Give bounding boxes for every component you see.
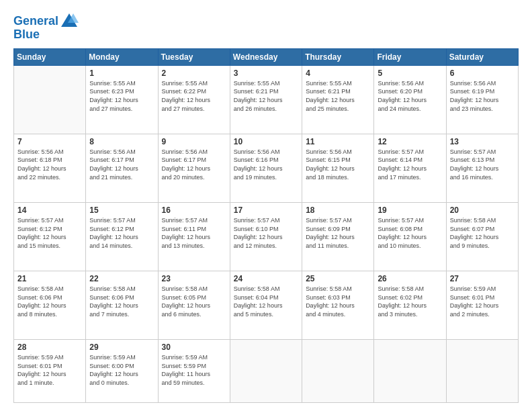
calendar-day-cell: 23Sunrise: 5:58 AMSunset: 6:05 PMDayligh… bbox=[158, 271, 230, 340]
calendar-week-row: 28Sunrise: 5:59 AMSunset: 6:01 PMDayligh… bbox=[14, 340, 519, 403]
weekday-header-wednesday: Wednesday bbox=[230, 48, 302, 65]
day-info: Sunrise: 5:57 AMSunset: 6:11 PMDaylight:… bbox=[162, 216, 226, 250]
day-info: Sunrise: 5:59 AMSunset: 6:01 PMDaylight:… bbox=[17, 353, 82, 387]
weekday-header-friday: Friday bbox=[374, 48, 446, 65]
day-number: 1 bbox=[89, 68, 154, 78]
day-info: Sunrise: 5:56 AMSunset: 6:16 PMDaylight:… bbox=[234, 148, 298, 181]
day-number: 7 bbox=[17, 137, 82, 146]
day-info: Sunrise: 5:56 AMSunset: 6:18 PMDaylight:… bbox=[17, 148, 82, 181]
calendar-day-cell: 6Sunrise: 5:56 AMSunset: 6:19 PMDaylight… bbox=[446, 65, 518, 134]
calendar-week-row: 1Sunrise: 5:55 AMSunset: 6:23 PMDaylight… bbox=[14, 65, 519, 134]
calendar-day-cell: 19Sunrise: 5:57 AMSunset: 6:08 PMDayligh… bbox=[374, 202, 446, 271]
day-number: 24 bbox=[234, 274, 298, 283]
calendar-day-cell: 22Sunrise: 5:58 AMSunset: 6:06 PMDayligh… bbox=[86, 271, 158, 340]
weekday-header-tuesday: Tuesday bbox=[158, 48, 230, 65]
calendar-week-row: 7Sunrise: 5:56 AMSunset: 6:18 PMDaylight… bbox=[14, 134, 519, 202]
day-number: 4 bbox=[306, 68, 370, 78]
day-number: 20 bbox=[450, 205, 515, 215]
day-info: Sunrise: 5:59 AMSunset: 6:01 PMDaylight:… bbox=[450, 285, 515, 318]
day-info: Sunrise: 5:56 AMSunset: 6:17 PMDaylight:… bbox=[162, 148, 226, 181]
day-info: Sunrise: 5:57 AMSunset: 6:09 PMDaylight:… bbox=[306, 216, 370, 250]
day-info: Sunrise: 5:58 AMSunset: 6:05 PMDaylight:… bbox=[162, 285, 226, 318]
day-number: 11 bbox=[306, 137, 370, 146]
day-info: Sunrise: 5:58 AMSunset: 6:03 PMDaylight:… bbox=[306, 285, 370, 318]
day-number: 19 bbox=[378, 205, 442, 215]
calendar-day-cell: 17Sunrise: 5:57 AMSunset: 6:10 PMDayligh… bbox=[230, 202, 302, 271]
day-number: 13 bbox=[450, 137, 515, 146]
calendar-day-cell: 13Sunrise: 5:57 AMSunset: 6:13 PMDayligh… bbox=[446, 134, 518, 202]
day-info: Sunrise: 5:58 AMSunset: 6:02 PMDaylight:… bbox=[378, 285, 442, 318]
day-number: 16 bbox=[162, 205, 226, 215]
calendar-day-cell bbox=[446, 340, 518, 403]
calendar-day-cell: 26Sunrise: 5:58 AMSunset: 6:02 PMDayligh… bbox=[374, 271, 446, 340]
calendar-day-cell bbox=[302, 340, 374, 403]
calendar-week-row: 21Sunrise: 5:58 AMSunset: 6:06 PMDayligh… bbox=[14, 271, 519, 340]
day-number: 26 bbox=[378, 274, 442, 283]
day-number: 2 bbox=[162, 68, 226, 78]
day-info: Sunrise: 5:58 AMSunset: 6:06 PMDaylight:… bbox=[89, 285, 154, 318]
day-info: Sunrise: 5:56 AMSunset: 6:15 PMDaylight:… bbox=[306, 148, 370, 181]
day-info: Sunrise: 5:55 AMSunset: 6:21 PMDaylight:… bbox=[306, 79, 370, 113]
header: General Blue bbox=[13, 12, 519, 42]
day-info: Sunrise: 5:59 AMSunset: 6:00 PMDaylight:… bbox=[89, 353, 154, 387]
calendar-day-cell: 9Sunrise: 5:56 AMSunset: 6:17 PMDaylight… bbox=[158, 134, 230, 202]
calendar-day-cell: 25Sunrise: 5:58 AMSunset: 6:03 PMDayligh… bbox=[302, 271, 374, 340]
day-info: Sunrise: 5:57 AMSunset: 6:13 PMDaylight:… bbox=[450, 148, 515, 181]
day-info: Sunrise: 5:55 AMSunset: 6:21 PMDaylight:… bbox=[234, 79, 298, 113]
day-number: 23 bbox=[162, 274, 226, 283]
calendar-day-cell: 28Sunrise: 5:59 AMSunset: 6:01 PMDayligh… bbox=[14, 340, 86, 403]
day-info: Sunrise: 5:57 AMSunset: 6:08 PMDaylight:… bbox=[378, 216, 442, 250]
day-number: 10 bbox=[234, 137, 298, 146]
calendar-day-cell bbox=[230, 340, 302, 403]
calendar-day-cell: 2Sunrise: 5:55 AMSunset: 6:22 PMDaylight… bbox=[158, 65, 230, 134]
calendar-day-cell: 18Sunrise: 5:57 AMSunset: 6:09 PMDayligh… bbox=[302, 202, 374, 271]
weekday-header-sunday: Sunday bbox=[14, 48, 86, 65]
calendar-day-cell: 20Sunrise: 5:58 AMSunset: 6:07 PMDayligh… bbox=[446, 202, 518, 271]
day-info: Sunrise: 5:56 AMSunset: 6:17 PMDaylight:… bbox=[89, 148, 154, 181]
day-number: 3 bbox=[234, 68, 298, 78]
day-number: 5 bbox=[378, 68, 442, 78]
logo-text-line1: General bbox=[13, 15, 58, 28]
calendar-day-cell: 30Sunrise: 5:59 AMSunset: 5:59 PMDayligh… bbox=[158, 340, 230, 403]
page: General Blue SundayMondayTuesdayWednesda… bbox=[0, 0, 532, 411]
calendar-day-cell: 1Sunrise: 5:55 AMSunset: 6:23 PMDaylight… bbox=[86, 65, 158, 134]
day-number: 29 bbox=[89, 342, 154, 352]
day-info: Sunrise: 5:57 AMSunset: 6:14 PMDaylight:… bbox=[378, 148, 442, 181]
calendar-day-cell bbox=[14, 65, 86, 134]
day-number: 6 bbox=[450, 68, 515, 78]
day-number: 30 bbox=[162, 342, 226, 352]
weekday-header-row: SundayMondayTuesdayWednesdayThursdayFrid… bbox=[14, 48, 519, 65]
day-info: Sunrise: 5:56 AMSunset: 6:20 PMDaylight:… bbox=[378, 79, 442, 113]
calendar-day-cell: 14Sunrise: 5:57 AMSunset: 6:12 PMDayligh… bbox=[14, 202, 86, 271]
calendar-day-cell bbox=[374, 340, 446, 403]
calendar-day-cell: 16Sunrise: 5:57 AMSunset: 6:11 PMDayligh… bbox=[158, 202, 230, 271]
day-number: 22 bbox=[89, 274, 154, 283]
calendar-day-cell: 3Sunrise: 5:55 AMSunset: 6:21 PMDaylight… bbox=[230, 65, 302, 134]
calendar-table: SundayMondayTuesdayWednesdayThursdayFrid… bbox=[13, 48, 519, 403]
weekday-header-thursday: Thursday bbox=[302, 48, 374, 65]
calendar-day-cell: 12Sunrise: 5:57 AMSunset: 6:14 PMDayligh… bbox=[374, 134, 446, 202]
day-info: Sunrise: 5:58 AMSunset: 6:04 PMDaylight:… bbox=[234, 285, 298, 318]
day-info: Sunrise: 5:59 AMSunset: 5:59 PMDaylight:… bbox=[162, 353, 226, 387]
calendar-day-cell: 29Sunrise: 5:59 AMSunset: 6:00 PMDayligh… bbox=[86, 340, 158, 403]
day-info: Sunrise: 5:58 AMSunset: 6:06 PMDaylight:… bbox=[17, 285, 82, 318]
calendar-day-cell: 10Sunrise: 5:56 AMSunset: 6:16 PMDayligh… bbox=[230, 134, 302, 202]
day-info: Sunrise: 5:58 AMSunset: 6:07 PMDaylight:… bbox=[450, 216, 515, 250]
day-number: 25 bbox=[306, 274, 370, 283]
day-info: Sunrise: 5:55 AMSunset: 6:23 PMDaylight:… bbox=[89, 79, 154, 113]
day-number: 12 bbox=[378, 137, 442, 146]
calendar-day-cell: 27Sunrise: 5:59 AMSunset: 6:01 PMDayligh… bbox=[446, 271, 518, 340]
logo-text-line2: Blue bbox=[13, 28, 40, 42]
day-number: 9 bbox=[162, 137, 226, 146]
calendar-week-row: 14Sunrise: 5:57 AMSunset: 6:12 PMDayligh… bbox=[14, 202, 519, 271]
logo-icon bbox=[60, 12, 79, 31]
day-number: 17 bbox=[234, 205, 298, 215]
day-info: Sunrise: 5:57 AMSunset: 6:12 PMDaylight:… bbox=[17, 216, 82, 250]
day-number: 18 bbox=[306, 205, 370, 215]
day-info: Sunrise: 5:55 AMSunset: 6:22 PMDaylight:… bbox=[162, 79, 226, 113]
day-info: Sunrise: 5:57 AMSunset: 6:10 PMDaylight:… bbox=[234, 216, 298, 250]
day-info: Sunrise: 5:57 AMSunset: 6:12 PMDaylight:… bbox=[89, 216, 154, 250]
day-number: 28 bbox=[17, 342, 82, 352]
day-number: 21 bbox=[17, 274, 82, 283]
day-number: 15 bbox=[89, 205, 154, 215]
